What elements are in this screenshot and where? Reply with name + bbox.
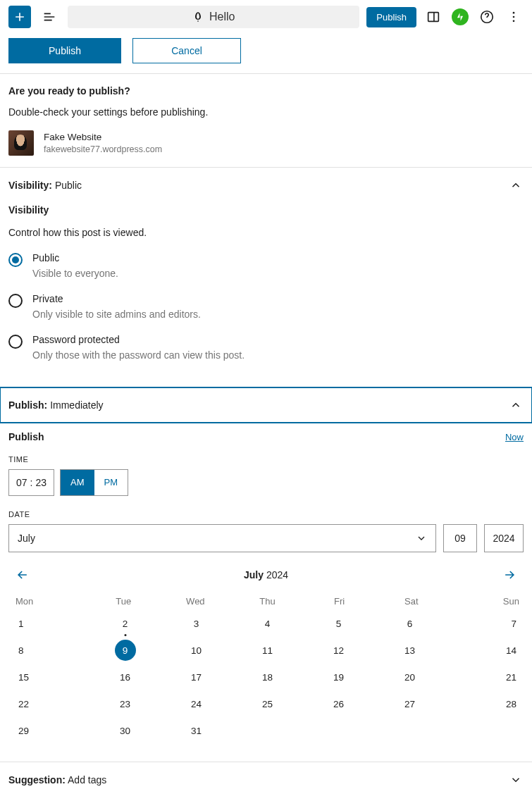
- publish-panel-body: Publish Now TIME 07 : 23 AM PM DATE July…: [0, 423, 532, 762]
- pen-icon: [192, 11, 204, 23]
- visibility-subtext: Control how this post is viewed.: [8, 227, 524, 238]
- calendar-day[interactable]: 21: [445, 669, 524, 685]
- suggestion-value: Add tags: [68, 774, 106, 786]
- calendar-day[interactable]: 10: [161, 642, 232, 659]
- calendar-day[interactable]: 26: [303, 695, 374, 712]
- svg-point-2: [513, 12, 515, 14]
- calendar-day[interactable]: 14: [445, 642, 524, 659]
- time-input[interactable]: 07 : 23: [8, 469, 54, 496]
- month-select[interactable]: July: [8, 524, 436, 552]
- hour-value: 07: [16, 477, 27, 488]
- calendar-day[interactable]: 18: [232, 669, 303, 685]
- post-title-text: Hello: [209, 11, 235, 23]
- chevron-up-icon: [508, 178, 524, 193]
- publish-button-toolbar[interactable]: Publish: [366, 7, 416, 27]
- calendar-day[interactable]: 6: [374, 615, 445, 632]
- now-link[interactable]: Now: [505, 432, 524, 442]
- calendar-day[interactable]: 23: [89, 695, 161, 712]
- site-avatar: [8, 130, 34, 156]
- weekday-label: Tue: [87, 596, 159, 607]
- date-label: DATE: [8, 510, 524, 519]
- publish-panel-toggle[interactable]: Publish: Immediately: [0, 387, 532, 423]
- calendar-day: [445, 722, 524, 739]
- calendar-nav: July 2024: [8, 565, 524, 585]
- day-input[interactable]: 09: [443, 524, 477, 552]
- calendar-day: [303, 722, 374, 739]
- calendar-day[interactable]: 9: [89, 642, 161, 659]
- publish-button[interactable]: Publish: [8, 38, 121, 63]
- weekday-label: Sun: [447, 596, 524, 607]
- calendar-day: [232, 722, 303, 739]
- weekday-label: Sat: [376, 596, 447, 607]
- svg-point-3: [513, 16, 515, 18]
- next-month-button[interactable]: [500, 565, 519, 585]
- calendar-day[interactable]: 27: [374, 695, 445, 712]
- time-label: TIME: [8, 455, 524, 464]
- visibility-option-public[interactable]: PublicVisible to everyone.: [8, 252, 524, 279]
- calendar-day[interactable]: 30: [89, 722, 161, 739]
- arrow-left-icon: [16, 568, 30, 582]
- year-input[interactable]: 2024: [484, 524, 524, 552]
- suggestion-label: Suggestion:: [8, 774, 66, 786]
- site-name: Fake Website: [44, 132, 162, 142]
- radio-button[interactable]: [8, 294, 23, 308]
- calendar-day[interactable]: 5: [303, 615, 374, 632]
- ready-subtext: Double-check your settings before publis…: [8, 106, 524, 118]
- calendar-day[interactable]: 25: [232, 695, 303, 712]
- site-info: Fake Website fakewebsite77.wordpress.com: [8, 130, 524, 156]
- calendar-day[interactable]: 4: [232, 615, 303, 632]
- calendar-day[interactable]: 13: [374, 642, 445, 659]
- calendar-day[interactable]: 1: [8, 615, 89, 632]
- calendar-day[interactable]: 2: [89, 615, 161, 632]
- am-button[interactable]: AM: [61, 470, 94, 495]
- suggestion-panel-toggle[interactable]: Suggestion: Add tags: [0, 762, 532, 797]
- pm-button[interactable]: PM: [94, 470, 128, 495]
- calendar-day[interactable]: 29: [8, 722, 89, 739]
- visibility-panel-label: Visibility:: [8, 180, 52, 191]
- calendar-day[interactable]: 24: [161, 695, 232, 712]
- chevron-up-icon: [508, 397, 524, 413]
- month-value: July: [18, 533, 35, 544]
- calendar-day[interactable]: 11: [232, 642, 303, 659]
- visibility-panel-body: Visibility Control how this post is view…: [0, 204, 532, 387]
- calendar-day[interactable]: 12: [303, 642, 374, 659]
- visibility-option-password-protected[interactable]: Password protectedOnly those with the pa…: [8, 334, 524, 361]
- add-block-button[interactable]: [8, 6, 31, 28]
- post-title-field[interactable]: Hello: [68, 6, 359, 28]
- calendar-day[interactable]: 8: [8, 642, 89, 659]
- jetpack-button[interactable]: [450, 7, 470, 27]
- calendar-title: July 2024: [244, 569, 288, 580]
- calendar-day[interactable]: 3: [161, 615, 232, 632]
- calendar-day[interactable]: 17: [161, 669, 232, 685]
- calendar-day[interactable]: 20: [374, 669, 445, 685]
- cancel-button[interactable]: Cancel: [132, 38, 241, 63]
- visibility-option-private[interactable]: PrivateOnly visible to site admins and e…: [8, 293, 524, 320]
- radio-button[interactable]: [8, 335, 23, 349]
- outline-icon: [42, 9, 57, 25]
- radio-description: Visible to everyone.: [32, 268, 118, 279]
- arrow-right-icon: [502, 568, 516, 582]
- minute-value: 23: [35, 477, 47, 488]
- radio-description: Only visible to site admins and editors.: [32, 309, 201, 320]
- calendar-day[interactable]: 22: [8, 695, 89, 712]
- calendar-day[interactable]: 16: [89, 669, 161, 685]
- chevron-down-icon: [416, 533, 427, 544]
- sidebar-icon: [426, 9, 441, 25]
- more-options-button[interactable]: [504, 7, 524, 27]
- calendar-day[interactable]: 28: [445, 695, 524, 712]
- sidebar-toggle-button[interactable]: [423, 7, 443, 27]
- calendar-day[interactable]: 31: [161, 722, 232, 739]
- svg-point-4: [513, 20, 515, 23]
- radio-button[interactable]: [8, 253, 23, 267]
- document-outline-button[interactable]: [38, 6, 61, 28]
- help-button[interactable]: [477, 7, 497, 27]
- weekday-label: Wed: [159, 596, 231, 607]
- prev-month-button[interactable]: [13, 565, 32, 585]
- visibility-panel-value: Public: [55, 180, 82, 191]
- plus-icon: [13, 10, 27, 24]
- calendar-day[interactable]: 15: [8, 669, 89, 685]
- chevron-down-icon: [508, 772, 524, 788]
- calendar-day[interactable]: 7: [445, 615, 524, 632]
- calendar-day[interactable]: 19: [303, 669, 374, 685]
- visibility-panel-toggle[interactable]: Visibility: Public: [0, 168, 532, 203]
